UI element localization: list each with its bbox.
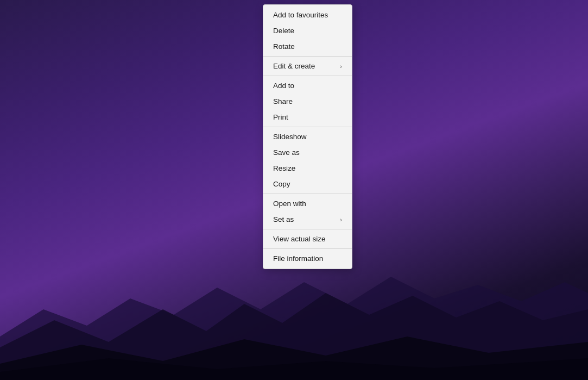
menu-item-label-file-information: File information (273, 254, 323, 263)
menu-divider (263, 248, 352, 249)
menu-item-edit-create[interactable]: Edit & create› (263, 58, 352, 74)
menu-item-share[interactable]: Share (263, 94, 352, 109)
context-menu: Add to favouritesDeleteRotateEdit & crea… (263, 4, 352, 269)
menu-item-label-slideshow: Slideshow (273, 133, 307, 141)
menu-item-label-add-to: Add to (273, 82, 294, 90)
menu-item-copy[interactable]: Copy (263, 176, 352, 192)
menu-item-label-edit-create: Edit & create (273, 62, 315, 70)
menu-item-slideshow[interactable]: Slideshow (263, 129, 352, 145)
menu-item-file-information[interactable]: File information (263, 251, 352, 266)
menu-item-print[interactable]: Print (263, 109, 352, 125)
menu-divider (263, 229, 352, 229)
menu-item-save-as[interactable]: Save as (263, 145, 352, 160)
menu-divider (263, 127, 352, 127)
menu-divider (263, 56, 352, 57)
menu-item-label-share: Share (273, 97, 293, 105)
menu-item-label-print: Print (273, 113, 288, 121)
menu-item-label-copy: Copy (273, 180, 290, 188)
menu-item-rotate[interactable]: Rotate (263, 39, 352, 54)
menu-item-label-add-to-favourites: Add to favourites (273, 11, 328, 19)
menu-divider (263, 76, 352, 76)
menu-item-resize[interactable]: Resize (263, 160, 352, 176)
menu-item-label-open-with: Open with (273, 200, 306, 208)
menu-item-label-rotate: Rotate (273, 42, 295, 51)
menu-item-label-resize: Resize (273, 164, 295, 172)
menu-item-add-to-favourites[interactable]: Add to favourites (263, 7, 352, 23)
menu-item-label-view-actual-size: View actual size (273, 235, 326, 243)
menu-item-add-to[interactable]: Add to (263, 78, 352, 94)
submenu-arrow-icon-set-as: › (340, 216, 342, 223)
menu-item-label-delete: Delete (273, 27, 294, 35)
menu-divider (263, 194, 352, 194)
menu-item-open-with[interactable]: Open with (263, 196, 352, 211)
menu-item-label-save-as: Save as (273, 148, 300, 157)
menu-item-view-actual-size[interactable]: View actual size (263, 231, 352, 247)
menu-item-label-set-as: Set as (273, 215, 294, 223)
submenu-arrow-icon-edit-create: › (340, 63, 342, 70)
menu-item-delete[interactable]: Delete (263, 23, 352, 39)
menu-item-set-as[interactable]: Set as› (263, 211, 352, 227)
